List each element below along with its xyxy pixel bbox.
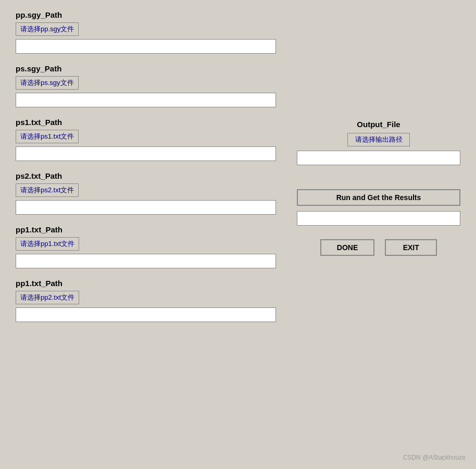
pp2-txt-field-group: pp1.txt_Path 请选择pp2.txt文件 (16, 279, 276, 322)
pp2-txt-path-input[interactable] (16, 307, 276, 322)
ps1-txt-label: ps1.txt_Path (16, 118, 276, 127)
ps-sgy-label: ps.sgy_Path (16, 64, 276, 73)
run-button[interactable]: Run and Get the Results (297, 189, 460, 206)
output-file-label: Output_File (297, 120, 460, 129)
output-browse-button[interactable]: 请选择输出路径 (347, 133, 410, 146)
ps-sgy-field-group: ps.sgy_Path 请选择ps.sgy文件 (16, 64, 276, 107)
result-input[interactable] (297, 211, 460, 226)
ps2-txt-label: ps2.txt_Path (16, 171, 276, 180)
pp1-txt-browse-button[interactable]: 请选择pp1.txt文件 (16, 237, 79, 251)
run-section: Run and Get the Results (297, 189, 460, 226)
output-file-section: Output_File 请选择输出路径 (297, 120, 460, 165)
pp-sgy-path-input[interactable] (16, 39, 276, 54)
watermark-text: CSDN @AStackhouze (403, 454, 466, 461)
pp-sgy-field-group: pp.sgy_Path 请选择pp.sgy文件 (16, 10, 276, 54)
action-buttons: DONE EXIT (297, 239, 460, 256)
ps-sgy-browse-button[interactable]: 请选择ps.sgy文件 (16, 76, 79, 90)
exit-button[interactable]: EXIT (385, 239, 437, 256)
left-panel: pp.sgy_Path 请选择pp.sgy文件 ps.sgy_Path 请选择p… (16, 10, 276, 322)
done-button[interactable]: DONE (320, 239, 374, 256)
pp1-txt-label: pp1.txt_Path (16, 225, 276, 234)
ps1-txt-browse-button[interactable]: 请选择ps1.txt文件 (16, 130, 79, 143)
pp-sgy-label: pp.sgy_Path (16, 10, 276, 19)
ps1-txt-field-group: ps1.txt_Path 请选择ps1.txt文件 (16, 118, 276, 161)
pp2-txt-browse-button[interactable]: 请选择pp2.txt文件 (16, 291, 79, 304)
right-panel-inner: Output_File 请选择输出路径 Run and Get the Resu… (297, 120, 460, 256)
ps2-txt-field-group: ps2.txt_Path 请选择ps2.txt文件 (16, 171, 276, 215)
ps2-txt-browse-button[interactable]: 请选择ps2.txt文件 (16, 183, 79, 197)
ps2-txt-path-input[interactable] (16, 200, 276, 215)
pp2-txt-label: pp1.txt_Path (16, 279, 276, 288)
ps1-txt-path-input[interactable] (16, 146, 276, 161)
right-panel: Output_File 请选择输出路径 Run and Get the Resu… (297, 10, 460, 322)
ps-sgy-path-input[interactable] (16, 93, 276, 107)
pp1-txt-field-group: pp1.txt_Path 请选择pp1.txt文件 (16, 225, 276, 268)
output-path-input[interactable] (297, 151, 460, 165)
pp1-txt-path-input[interactable] (16, 254, 276, 268)
pp-sgy-browse-button[interactable]: 请选择pp.sgy文件 (16, 22, 79, 36)
